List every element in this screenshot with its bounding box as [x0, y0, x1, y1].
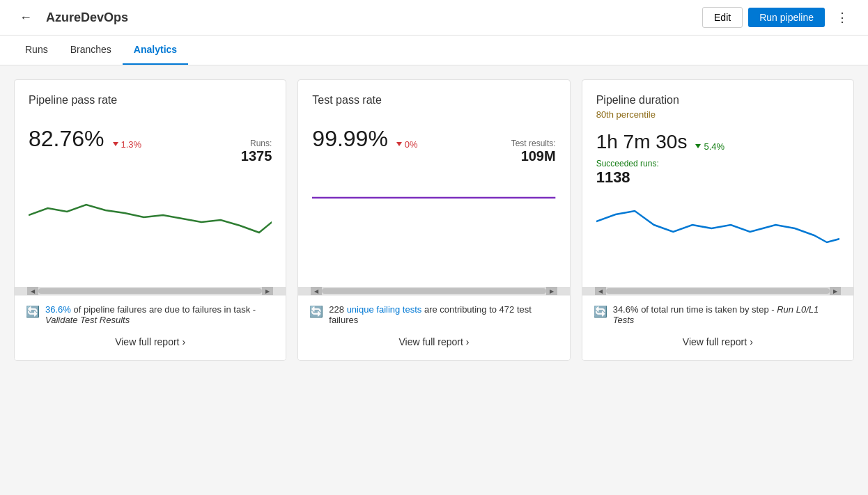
pipeline-duration-scrollbar[interactable]: ◀ ▶	[582, 287, 853, 295]
pipeline-runs-side: Runs: 1375	[241, 139, 272, 164]
scroll-right-arrow-3[interactable]: ▶	[830, 287, 841, 295]
test-view-report[interactable]: View full report ›	[309, 332, 558, 352]
insight-icon-1: 🔄	[26, 305, 40, 318]
pipeline-pass-rate-scrollbar[interactable]: ◀ ▶	[15, 287, 286, 295]
pipeline-duration-subtitle: 80th percentile	[596, 109, 839, 120]
duration-insight-text: 34.6% of total run time is taken by step…	[613, 304, 842, 325]
test-pass-rate-card: Test pass rate 99.99% 0% Test results: 1…	[297, 79, 570, 361]
pipeline-pass-rate-chart	[29, 177, 272, 260]
test-pass-rate-scrollbar[interactable]: ◀ ▶	[298, 287, 569, 295]
succeeded-runs-label: Succeeded runs:	[596, 159, 839, 168]
insight-icon-2: 🔄	[309, 305, 323, 318]
test-results-side: Test results: 109M	[511, 139, 556, 164]
view-report-arrow-3: ›	[750, 336, 753, 347]
pipeline-pass-rate-value: 82.76%	[29, 126, 104, 152]
test-pass-rate-value: 99.99%	[312, 126, 388, 152]
pipeline-pass-rate-card: Pipeline pass rate 82.76% 1.3% Runs: 137…	[14, 79, 286, 361]
more-options-button[interactable]: ⋮	[830, 7, 854, 28]
scroll-left-arrow-2[interactable]: ◀	[311, 287, 322, 295]
back-icon: ←	[20, 10, 32, 24]
test-pass-rate-chart	[312, 177, 555, 260]
run-pipeline-button[interactable]: Run pipeline	[748, 8, 825, 27]
card-title-test-pass-rate: Test pass rate	[312, 94, 555, 107]
pipeline-pass-rate-change: 1.3%	[113, 139, 142, 150]
scroll-right-arrow-2[interactable]: ▶	[546, 287, 557, 295]
pipeline-duration-change: 5.4%	[695, 141, 724, 152]
nav-tabs: Runs Branches Analytics	[0, 36, 868, 65]
header-left: ← AzureDevOps	[14, 8, 128, 28]
header: ← AzureDevOps Edit Run pipeline ⋮	[0, 0, 868, 36]
app-title: AzureDevOps	[46, 10, 128, 25]
test-insight: 🔄 228 unique failing tests are contribut…	[309, 304, 558, 325]
pipeline-duration-card: Pipeline duration 80th percentile 1h 7m …	[582, 79, 854, 361]
succeeded-runs-value: 1138	[596, 168, 839, 187]
scroll-left-arrow[interactable]: ◀	[27, 287, 38, 295]
back-button[interactable]: ←	[14, 8, 38, 28]
duration-insight: 🔄 34.6% of total run time is taken by st…	[594, 304, 842, 325]
tab-analytics[interactable]: Analytics	[123, 36, 188, 65]
content-area: Pipeline pass rate 82.76% 1.3% Runs: 137…	[0, 65, 868, 375]
duration-view-report[interactable]: View full report ›	[594, 332, 842, 352]
pipeline-runs-value: 1375	[241, 148, 272, 164]
pipeline-view-report[interactable]: View full report ›	[26, 332, 274, 352]
scroll-right-arrow[interactable]: ▶	[262, 287, 273, 295]
test-pass-rate-change: 0%	[396, 139, 418, 150]
tab-runs[interactable]: Runs	[14, 36, 59, 65]
card-title-pipeline-duration: Pipeline duration	[596, 94, 839, 107]
view-report-arrow-2: ›	[466, 336, 470, 347]
pipeline-duration-chart	[596, 194, 839, 277]
edit-button[interactable]: Edit	[702, 7, 743, 28]
test-insight-text: 228 unique failing tests are contributin…	[329, 304, 558, 325]
test-results-value: 109M	[511, 148, 556, 164]
card-title-pipeline-pass-rate: Pipeline pass rate	[29, 94, 272, 107]
scroll-left-arrow-3[interactable]: ◀	[595, 287, 606, 295]
pipeline-insight-text: 36.6% of pipeline failures are due to fa…	[45, 304, 274, 325]
header-right: Edit Run pipeline ⋮	[702, 7, 854, 28]
insight-icon-3: 🔄	[594, 305, 607, 318]
pipeline-insight: 🔄 36.6% of pipeline failures are due to …	[26, 304, 274, 325]
more-icon: ⋮	[836, 10, 848, 24]
tab-branches[interactable]: Branches	[59, 36, 123, 65]
pipeline-duration-value: 1h 7m 30s	[596, 131, 688, 153]
view-report-arrow-1: ›	[183, 336, 186, 347]
